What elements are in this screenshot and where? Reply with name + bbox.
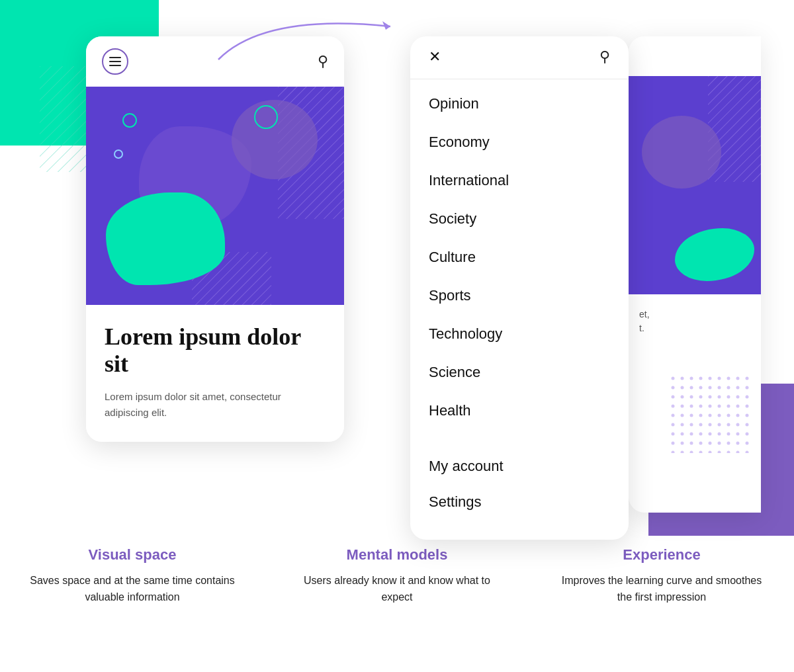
menu-items-list: Opinion Economy International Society Cu… (410, 85, 629, 430)
partial-green-blob (675, 228, 754, 281)
partial-phone-header (629, 36, 761, 76)
menu-item-society[interactable]: Society (429, 200, 610, 238)
menu-item-culture[interactable]: Culture (429, 238, 610, 276)
menu-item-technology[interactable]: Technology (429, 315, 610, 353)
phone-article-body: Lorem ipsum dolor sit amet, consectetur … (105, 389, 326, 421)
menu-item-sports[interactable]: Sports (429, 276, 610, 315)
menu-item-settings[interactable]: Settings (429, 484, 610, 520)
feature-mental-models-title: Mental models (291, 546, 503, 564)
menu-spacer (410, 430, 629, 448)
feature-experience: Experience Improves the learning curve a… (529, 546, 794, 606)
menu-footer: My account Settings (410, 448, 629, 520)
feature-mental-models-desc: Users already know it and know what to e… (291, 573, 503, 606)
features-section: Visual space Saves space and at the same… (0, 533, 794, 672)
phone-article-title: Lorem ipsum dolor sit (105, 323, 326, 378)
feature-visual-space-title: Visual space (26, 546, 238, 564)
hamburger-button[interactable] (102, 48, 128, 75)
menu-item-opinion[interactable]: Opinion (429, 85, 610, 123)
partial-purple-blob (642, 116, 721, 189)
feature-experience-title: Experience (556, 546, 768, 564)
partial-phone-hero (629, 76, 761, 294)
partial-dots-decoration (668, 374, 754, 453)
close-button[interactable]: ✕ (429, 48, 441, 65)
feature-visual-space-desc: Saves space and at the same time contain… (26, 573, 238, 606)
menu-item-health[interactable]: Health (429, 392, 610, 430)
svg-rect-12 (668, 374, 754, 453)
menu-divider (410, 79, 629, 79)
hero-circle-tiny (114, 149, 123, 159)
menu-item-my-account[interactable]: My account (429, 448, 610, 484)
hero-circle-small-left (122, 113, 137, 128)
phone-content: Lorem ipsum dolor sit Lorem ipsum dolor … (86, 305, 344, 442)
menu-item-economy[interactable]: Economy (429, 123, 610, 161)
phone-mockup-right-partial: et,t. (629, 36, 761, 513)
feature-visual-space: Visual space Saves space and at the same… (0, 546, 265, 606)
menu-item-science[interactable]: Science (429, 353, 610, 392)
phone-hero-image (86, 87, 344, 305)
hero-circle-top-right (254, 105, 278, 129)
phone-mockup-left: ⚲ (86, 36, 344, 442)
menu-panel: ✕ ⚲ Opinion Economy International Societ… (410, 36, 629, 540)
search-icon-menu[interactable]: ⚲ (599, 48, 610, 65)
feature-experience-desc: Improves the learning curve and smoothes… (556, 573, 768, 606)
menu-item-international[interactable]: International (429, 161, 610, 200)
menu-header: ✕ ⚲ (410, 36, 629, 77)
hero-green-blob (106, 192, 225, 285)
partial-phone-content: et,t. (629, 294, 761, 349)
feature-mental-models: Mental models Users already know it and … (265, 546, 529, 606)
arrow-decoration (198, 7, 417, 73)
hamburger-icon (109, 57, 121, 66)
